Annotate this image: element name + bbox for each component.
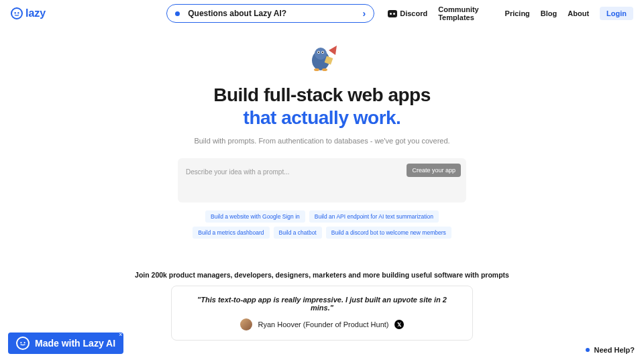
nav-discord-label: Discord (400, 9, 427, 17)
create-app-button[interactable]: Create your app (407, 164, 461, 177)
search-pill[interactable]: Questions about Lazy AI? › (166, 4, 374, 23)
header: lazy Questions about Lazy AI? › Discord … (0, 0, 644, 27)
hero-title-line2: that actually work. (244, 107, 401, 128)
chevron-right-icon: › (363, 8, 366, 19)
svg-point-3 (315, 48, 327, 60)
hero-title-line1: Build full-stack web apps (213, 84, 431, 105)
help-text: Need Help? (594, 346, 635, 354)
nav: Discord Community Templates Pricing Blog… (388, 5, 633, 21)
testimonial-author: Ryan Hoover (Founder of Product Hunt) 𝕏 (185, 318, 459, 330)
svg-point-10 (322, 68, 327, 71)
nav-blog[interactable]: Blog (541, 9, 557, 17)
avatar (240, 318, 252, 330)
mascot-icon (302, 40, 342, 77)
chip[interactable]: Build a metrics dashboard (193, 227, 269, 239)
chip[interactable]: Build a website with Google Sign in (205, 210, 305, 223)
testimonial-card: "This text-to-app app is really impressi… (171, 286, 473, 341)
svg-point-1 (17, 12, 19, 13)
nav-discord[interactable]: Discord (388, 9, 427, 17)
author-name: Ryan Hoover (Founder of Product Hunt) (258, 320, 388, 328)
made-with-badge[interactable]: x Made with Lazy AI (8, 333, 123, 354)
search-dot-icon (175, 11, 180, 16)
nav-templates[interactable]: Community Templates (438, 5, 494, 21)
svg-point-12 (24, 342, 25, 343)
nav-about[interactable]: About (568, 9, 589, 17)
discord-icon (388, 10, 397, 17)
need-help-button[interactable]: Need Help? (586, 346, 635, 354)
chip[interactable]: Build an API endpoint for AI text summar… (309, 210, 439, 223)
join-text: Join 200k product managers, developers, … (0, 271, 644, 279)
logo[interactable]: lazy (11, 7, 46, 19)
svg-point-0 (15, 12, 16, 13)
close-icon[interactable]: x (119, 331, 122, 337)
chip[interactable]: Build a discord bot to welcome new membe… (326, 227, 451, 239)
login-button[interactable]: Login (600, 7, 633, 20)
chip[interactable]: Build a chatbot (274, 227, 322, 239)
prompt-box[interactable]: Describe your idea with a prompt... Crea… (178, 158, 466, 202)
prompt-placeholder: Describe your idea with a prompt... (186, 168, 290, 176)
testimonial-quote: "This text-to-app app is really impressi… (185, 296, 459, 312)
badge-text: Made with Lazy AI (35, 338, 115, 349)
hero: Build full-stack web apps that actually … (0, 40, 644, 362)
search-text: Questions about Lazy AI? (188, 9, 362, 18)
svg-point-11 (20, 342, 21, 343)
logo-text: lazy (25, 7, 46, 19)
hero-title: Build full-stack web apps that actually … (0, 84, 644, 129)
hero-subtitle: Build with prompts. From authentication … (0, 137, 644, 145)
x-icon[interactable]: 𝕏 (394, 320, 404, 329)
svg-point-7 (322, 52, 323, 53)
badge-logo-icon (16, 337, 30, 350)
suggestion-chips: Build a website with Google Sign in Buil… (168, 210, 476, 239)
svg-point-9 (314, 68, 319, 71)
svg-point-5 (318, 52, 319, 53)
nav-pricing[interactable]: Pricing (505, 9, 530, 17)
help-dot-icon (586, 348, 590, 352)
logo-icon (11, 7, 23, 19)
